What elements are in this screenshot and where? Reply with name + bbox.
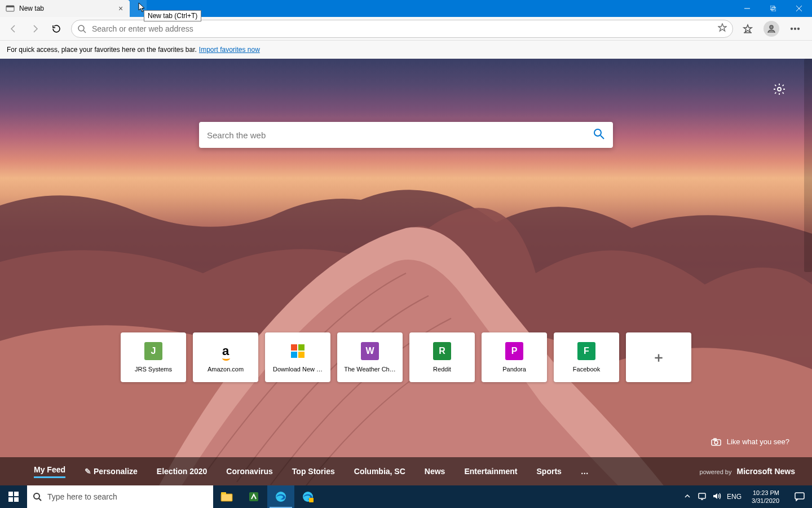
top-sites-row: JJRS SystemsaAmazon.comDownload New …WTh… [121,332,691,382]
nav-back-button [3,19,24,39]
tab-close-icon[interactable]: × [116,5,125,12]
web-search-input[interactable] [207,130,593,140]
tile-label: The Weather Ch… [341,366,399,373]
tray-date: 3/31/2020 [752,497,779,505]
like-what-you-see-button[interactable]: Like what you see? [711,437,789,446]
page-settings-button[interactable] [769,79,789,99]
tile-label: JRS Systems [131,366,175,373]
taskbar-app-edge[interactable] [267,485,294,508]
tab-favicon-icon [6,4,15,13]
feed-tab-news[interactable]: News [425,467,445,476]
tile-label: Reddit [430,366,454,373]
feed-tab-myfeed[interactable]: My Feed [34,465,65,478]
settings-menu-button[interactable] [785,19,805,39]
favorites-hint-text: For quick access, place your favorites h… [7,46,197,54]
svg-rect-22 [8,497,13,502]
tile-icon: R [433,342,451,360]
avatar-icon [764,21,779,37]
taskbar-app-generic[interactable] [240,485,267,508]
add-favorite-icon[interactable] [718,23,727,34]
svg-point-24 [34,493,39,499]
web-search-box[interactable] [199,122,613,148]
top-site-tile[interactable]: FFacebook [554,332,619,382]
svg-rect-21 [14,492,19,496]
svg-point-18 [714,441,718,444]
top-site-tile[interactable]: JJRS Systems [121,332,186,382]
top-site-tile[interactable]: RReddit [409,332,475,382]
svg-point-15 [594,129,601,136]
tile-label: Amazon.com [204,366,247,373]
svg-line-25 [39,498,41,501]
svg-point-7 [78,25,84,31]
nav-refresh-button[interactable] [46,19,67,39]
feed-tab-topstories[interactable]: Top Stories [292,467,335,476]
tile-label: Facebook [570,366,603,373]
browser-toolbar [0,17,812,41]
import-favorites-link[interactable]: Import favorites now [199,46,260,54]
taskbar-search-input[interactable] [47,492,208,501]
feed-tab-sports[interactable]: Sports [537,467,562,476]
tray-network-icon[interactable] [698,492,707,502]
window-controls [734,0,812,17]
action-center-button[interactable] [787,485,812,508]
svg-rect-32 [699,493,705,498]
search-icon [33,492,42,501]
taskbar-search[interactable] [27,485,213,508]
taskbar-app-explorer[interactable] [213,485,240,508]
browser-tab[interactable]: New tab × [0,0,130,17]
window-close-button[interactable] [786,0,812,17]
add-top-site-button[interactable]: ＋ [626,332,691,382]
svg-rect-20 [8,492,13,496]
start-button[interactable] [0,485,27,508]
news-feed-strip: My Feed ✎Personalize Election 2020 Coron… [0,457,812,485]
windows-taskbar: ENG 10:23 PM 3/31/2020 [0,485,812,508]
feed-tab-personalize[interactable]: ✎Personalize [85,467,138,476]
search-icon [77,24,86,33]
feed-tab-entertainment[interactable]: Entertainment [464,467,517,476]
top-site-tile[interactable]: Download New … [265,332,330,382]
tray-clock[interactable]: 10:23 PM 3/31/2020 [747,489,784,505]
top-site-tile[interactable]: WThe Weather Ch… [337,332,403,382]
svg-point-11 [791,28,793,29]
address-bar[interactable] [71,20,733,38]
svg-rect-27 [221,492,226,494]
tray-time: 10:23 PM [752,489,779,497]
svg-point-14 [778,87,781,91]
tray-language[interactable]: ENG [727,493,742,501]
svg-line-8 [83,30,86,33]
top-site-tile[interactable]: PPandora [482,332,547,382]
tab-title: New tab [19,5,112,12]
system-tray: ENG 10:23 PM 3/31/2020 [679,485,787,508]
feed-tab-election[interactable]: Election 2020 [157,467,208,476]
tile-icon: W [361,342,379,360]
new-tab-tooltip: New tab (Ctrl+T) [144,10,201,21]
tile-label: Pandora [499,366,529,373]
tile-icon: F [577,342,595,360]
favorites-list-icon[interactable] [738,19,758,39]
tray-chevron-icon[interactable] [683,492,692,502]
camera-icon [711,438,721,446]
tile-label: Download New … [270,366,326,373]
feed-tab-coronavirus[interactable]: Coronavirus [226,467,272,476]
feed-tab-local[interactable]: Columbia, SC [354,467,405,476]
web-search-submit-icon[interactable] [593,128,605,142]
window-minimize-button[interactable] [734,0,760,17]
titlebar: New tab × New tab (Ctrl+T) [0,0,812,17]
taskbar-app-edge-canary[interactable] [294,485,321,508]
svg-line-16 [601,135,604,139]
tray-volume-icon[interactable] [712,492,721,502]
like-banner-text: Like what you see? [727,437,789,446]
page-scrollbar[interactable] [804,59,812,272]
address-input[interactable] [92,24,712,33]
top-site-tile[interactable]: aAmazon.com [193,332,258,382]
tile-icon: a [217,342,235,360]
profile-button[interactable] [761,19,782,39]
favorites-hint-bar: For quick access, place your favorites h… [0,41,812,59]
tile-icon: P [505,342,523,360]
background-image [0,138,812,485]
nav-forward-button [25,19,45,39]
feed-more-icon[interactable]: … [581,467,590,476]
window-maximize-button[interactable] [760,0,786,17]
svg-rect-23 [14,497,19,502]
svg-point-12 [795,28,796,29]
